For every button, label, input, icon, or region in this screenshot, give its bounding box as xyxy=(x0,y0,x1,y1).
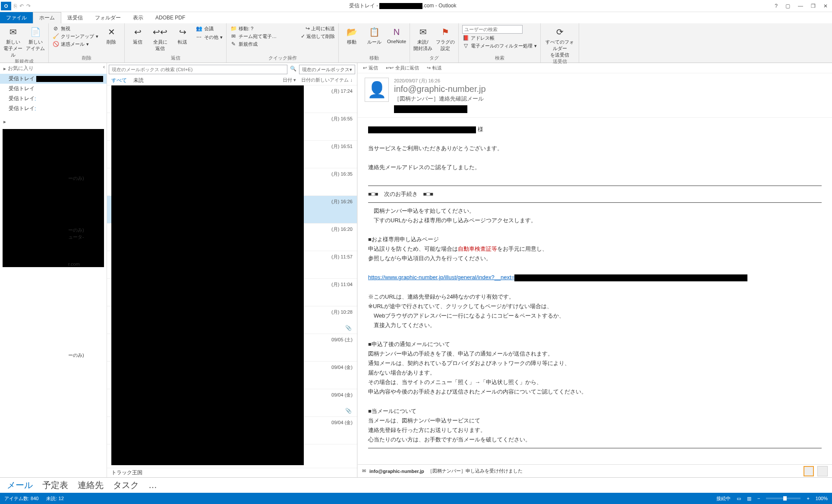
reader-reply-all[interactable]: ↩↩ 全員に返信 xyxy=(386,65,419,71)
rules-button[interactable]: 📋ルール xyxy=(365,25,384,45)
tab-folder[interactable]: フォルダー xyxy=(89,12,127,23)
reply-all-button[interactable]: ↩↩全員に 返信 xyxy=(151,25,170,52)
people-search-input[interactable] xyxy=(462,25,523,34)
sender-avatar: 👤 xyxy=(365,78,389,102)
group-tag-label: タグ xyxy=(413,55,455,62)
view-normal-icon[interactable]: ▭ xyxy=(737,496,741,501)
new-mail-button[interactable]: ✉新しい 電子メール xyxy=(3,25,22,58)
cleanup-button[interactable]: 🧹クリーンアップ ▾ xyxy=(52,33,98,40)
mail-to-redacted xyxy=(394,105,467,113)
meeting-button[interactable]: 👥会議 xyxy=(195,25,223,32)
conversation-bar: ✉ info@graphic-number.jp ［図柄ナンバー］申し込みを受け… xyxy=(358,464,832,477)
nav-peek-2: ーのみ) xyxy=(68,227,84,233)
envelope-icon: ✉ xyxy=(362,468,366,474)
new-item-button[interactable]: 📄新しい アイテム xyxy=(26,25,45,52)
nav-inbox-3[interactable]: 受信トレイ : xyxy=(0,94,107,104)
close-icon[interactable]: ✕ xyxy=(823,3,828,9)
filter-unread[interactable]: 未読 xyxy=(133,77,144,83)
nav-more[interactable]: … xyxy=(148,480,157,490)
mail-body: 様 当サービスをご利用いただきありがとうございます。 連絡先メールアドレスのご認… xyxy=(358,118,832,464)
search-icon[interactable]: 🔍 xyxy=(289,65,297,74)
help-icon[interactable]: ? xyxy=(775,3,778,9)
delete-button[interactable]: ✕削除 xyxy=(102,25,121,45)
ribbon-toggle-icon[interactable]: ▢ xyxy=(785,3,790,9)
nav-inbox[interactable]: 受信トレイ xyxy=(0,74,107,84)
zoom-in-icon[interactable]: + xyxy=(807,496,809,501)
tab-view[interactable]: 表示 xyxy=(127,12,149,23)
attachment-icon: 📎 xyxy=(345,325,352,331)
maximize-icon[interactable]: ❐ xyxy=(811,3,816,9)
group-reply-label: 返信 xyxy=(128,55,223,62)
nav-inbox-4[interactable]: 受信トレイ : xyxy=(0,104,107,113)
nav-mail[interactable]: メール xyxy=(7,479,33,491)
unread-button[interactable]: ✉未読/ 開封済み xyxy=(413,25,432,52)
minimize-icon[interactable]: — xyxy=(798,3,803,9)
quick-team-button[interactable]: ✉チーム宛て電子…✓返信して削除 xyxy=(230,33,335,40)
nav-peek-3: ュータ- xyxy=(68,234,84,240)
group-search-label: 検索 xyxy=(462,55,537,62)
status-connection: 接続中 xyxy=(716,495,731,502)
tab-home[interactable]: ホーム xyxy=(33,12,61,23)
reader-reply[interactable]: ↩ 返信 xyxy=(363,65,378,71)
application-link[interactable]: https://www.graphic-number.jp/illust/gen… xyxy=(368,274,514,280)
message-list: (月) 17:24(月) 16:55(月) 16:51(月) 16:35(月) … xyxy=(107,85,357,468)
ignore-button[interactable]: ⊘無視 xyxy=(52,25,98,32)
list-trackland[interactable]: トラック王国 xyxy=(107,468,357,477)
sendrecv-all-button[interactable]: ⟳すべてのフォルダー を送受信 xyxy=(544,25,575,58)
tab-file[interactable]: ファイル xyxy=(0,12,33,23)
nav-contacts[interactable]: 連絡先 xyxy=(78,479,104,491)
more-reply-button[interactable]: ⋯その他 ▾ xyxy=(195,34,223,41)
zoom-slider[interactable] xyxy=(766,498,800,499)
sort-order[interactable]: 日付の新しいアイテム ↓ xyxy=(301,77,353,82)
filter-all[interactable]: すべて xyxy=(111,77,127,83)
bottom-nav: メール 予定表 連絡先 タスク … xyxy=(0,477,832,493)
mail-from: info@graphic-number.jp xyxy=(394,84,825,94)
tab-sendrecv[interactable]: 送受信 xyxy=(61,12,89,23)
onenote-button[interactable]: NOneNote xyxy=(387,25,406,44)
tab-adobe[interactable]: ADOBE PDF xyxy=(149,12,191,23)
nav-inbox-2[interactable]: 受信トレイ xyxy=(0,84,107,94)
nav-calendar[interactable]: 予定表 xyxy=(42,479,68,491)
nav-peek-4: r.com xyxy=(68,261,80,267)
folder-nav: ‹ ▸ お気に入り 受信トレイ 受信トレイ 受信トレイ : 受信トレイ : ▸ … xyxy=(0,63,107,477)
status-bar: アイテム数: 840 未読: 12 接続中 ▭ ▥ − + 100% xyxy=(0,493,832,504)
group-move-label: 移動 xyxy=(342,55,406,62)
ribbon-tabs: ファイル ホーム 送受信 フォルダー 表示 ADOBE PDF xyxy=(0,12,832,23)
nav-favorites-header[interactable]: ▸ お気に入り xyxy=(0,63,107,74)
message-list-pane: 🔍 現在のメールボックス ▾ すべて 未読 日付 ▾ 日付の新しいアイテム ↓ … xyxy=(107,63,357,477)
junk-button[interactable]: 🚫迷惑メール ▾ xyxy=(52,41,98,47)
status-item-count: アイテム数: 840 xyxy=(4,495,38,502)
thread-item-2[interactable] xyxy=(817,466,828,476)
reply-button[interactable]: ↩返信 xyxy=(128,25,147,45)
nav-collapse-icon[interactable]: ‹ xyxy=(103,64,105,70)
group-delete-label: 削除 xyxy=(52,55,121,62)
quick-move-button[interactable]: 📁移動: ?↪上司に転送 xyxy=(230,25,335,32)
reading-pane: ↩ 返信 ↩↩ 全員に返信 ↪ 転送 👤 2020/09/07 (月) 16:2… xyxy=(357,63,832,477)
search-scope[interactable]: 現在のメールボックス ▾ xyxy=(299,65,355,74)
ribbon: ✉新しい 電子メール 📄新しい アイテム 新規作成 ⊘無視 🧹クリーンアップ ▾… xyxy=(0,23,832,63)
zoom-out-icon[interactable]: − xyxy=(757,496,760,501)
mailbox-search-input[interactable] xyxy=(109,65,287,74)
qat-save-icon[interactable]: ⎘ xyxy=(14,3,17,9)
move-button[interactable]: 📂移動 xyxy=(342,25,361,45)
forward-button[interactable]: ↪転送 xyxy=(173,25,192,45)
filter-button[interactable]: ▽電子メールのフィルター処理 ▾ xyxy=(462,42,537,49)
app-icon: O xyxy=(1,2,11,10)
nav-peek-5: ーのみ) xyxy=(68,352,84,359)
qat-redo-icon[interactable]: ↷ xyxy=(26,3,31,9)
mail-date: 2020/09/07 (月) 16:26 xyxy=(394,78,825,84)
quick-new-button[interactable]: ✎新規作成 xyxy=(230,41,335,47)
nav-redacted xyxy=(3,129,104,267)
zoom-level: 100% xyxy=(816,496,828,501)
view-reading-icon[interactable]: ▥ xyxy=(747,496,751,501)
nav-peek-1: ーのみ) xyxy=(68,175,84,182)
flag-button[interactable]: ⚑フラグの 設定 xyxy=(436,25,455,52)
nav-tasks[interactable]: タスク xyxy=(113,479,139,491)
reader-forward[interactable]: ↪ 転送 xyxy=(427,65,442,71)
qat-undo-icon[interactable]: ↶ xyxy=(19,3,24,9)
sort-by[interactable]: 日付 ▾ xyxy=(283,77,296,82)
thread-item-1[interactable] xyxy=(804,466,814,476)
addressbook-button[interactable]: 📕アドレス帳 xyxy=(462,35,537,41)
title-bar: O ⎘ ↶ ↷ 受信トレイ - .com - Outlook ? ▢ — ❐ ✕ xyxy=(0,0,832,12)
group-quick-label: クイック操作 xyxy=(230,55,335,62)
